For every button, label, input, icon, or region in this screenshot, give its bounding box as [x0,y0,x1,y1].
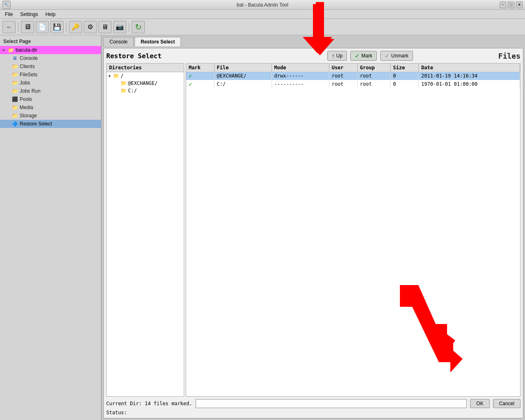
toolbar-separator-1 [18,22,18,32]
menu-help[interactable]: Help [42,11,59,18]
close-button[interactable]: ✕ [516,2,523,8]
date-cell: 1970-01-01 01:00:00 [419,80,520,88]
sidebar-item-console[interactable]: 🖥 Console [0,54,101,62]
mode-cell: drwx------ [272,72,329,80]
settings-button[interactable]: ⚙ [84,21,97,33]
restore-icon: 🔷 [11,121,18,127]
console-icon: 🖥 [11,55,18,62]
dir-item-root[interactable]: ▼ 📁 / [107,72,184,80]
date-cell: 2011-01-19 14:16:34 [419,72,520,80]
user-cell: root [329,72,357,80]
window-title: bat - Bacula Admin Tool [237,2,288,8]
sidebar-item-media[interactable]: 📁 Media [0,103,101,112]
sidebar-item-jobs[interactable]: 📁 Jobs [0,79,101,87]
toolbar-separator-3 [129,22,129,32]
col-header-mode: Mode [272,64,329,72]
tab-console[interactable]: Console [103,37,134,46]
director-button[interactable]: 🖥 [98,21,112,33]
menu-settings[interactable]: Settings [17,11,41,18]
file-cell: C:/ [214,80,272,88]
refresh-button[interactable]: ↻ [132,21,145,33]
cancel-button[interactable]: Cancel [493,399,520,408]
toolbar-separator-2 [66,22,66,32]
mode-cell: ---------- [272,80,329,88]
filesets-folder-icon: 📁 [11,71,18,78]
up-button[interactable]: ↑ Up [327,51,347,61]
sidebar-item-clients[interactable]: 📁 Clients [0,62,101,71]
table-row[interactable]: ✓@EXCHANGE/drwx------rootroot02011-01-19… [186,72,520,80]
folder-icon: 📁 [7,47,14,53]
dir-folder-root: 📁 [113,73,119,79]
back-button[interactable]: ← [2,21,16,33]
maximize-button[interactable]: □ [508,2,514,8]
table-row[interactable]: ✓C:/----------rootroot01970-01-01 01:00:… [186,80,520,88]
save-button[interactable]: 💾 [50,21,64,33]
col-header-file: File [214,64,272,72]
ok-button[interactable]: OK [470,399,489,408]
dir-item-c[interactable]: 📁 C:/ [107,87,184,94]
group-cell: root [357,72,390,80]
clients-folder-icon: 📁 [11,63,18,70]
col-header-group: Group [357,64,390,72]
file-cell: @EXCHANGE/ [214,72,272,80]
storage-folder-icon: 📁 [11,112,18,119]
snapshot-button[interactable]: 📷 [113,21,126,33]
config-button[interactable]: 🔑 [69,21,82,33]
unmark-icon: ✓ [385,52,390,59]
disconnect-button[interactable]: 📄 [36,21,49,33]
unmark-button[interactable]: ✓ Unmark [380,51,413,61]
sidebar-title: Select Page [0,37,101,46]
sidebar-item-restore-select[interactable]: 🔷 Restore Select [0,120,101,128]
sidebar-item-filesets[interactable]: 📁 FileSets [0,71,101,79]
jobsrun-folder-icon: 📁 [11,88,18,94]
sidebar-item-pools[interactable]: ⬛ Pools [0,95,101,103]
directories-header: Directories [107,64,184,72]
status-label: Status: [106,410,127,415]
tab-restore-select[interactable]: Restore Select [135,37,181,46]
check-icon: ✓ [355,52,360,59]
col-header-date: Date [419,64,520,72]
mark-cell: ✓ [186,80,214,88]
col-header-user: User [329,64,357,72]
sidebar-item-jobsrun[interactable]: 📁 Jobs Run [0,87,101,95]
dir-folder-exchange: 📁 [121,80,127,86]
size-cell: 0 [390,72,419,80]
restore-title: Restore Select [106,52,162,60]
menu-file[interactable]: File [2,11,16,18]
dir-folder-c: 📁 [121,88,127,94]
jobs-folder-icon: 📁 [11,80,18,86]
connect-button[interactable]: 🖥 [21,21,34,33]
user-cell: root [329,80,357,88]
current-dir-label: Current Dir: 14 files marked. [106,401,192,406]
current-dir-input[interactable] [196,399,467,408]
size-cell: 0 [390,80,419,88]
mark-button[interactable]: ✓ Mark [350,51,377,61]
dir-expand-root: ▼ [108,74,113,78]
files-label: Files [498,52,520,60]
mark-cell: ✓ [186,72,214,80]
col-header-mark: Mark [186,64,214,72]
media-folder-icon: 📁 [11,104,18,111]
sidebar-item-bacula-dir[interactable]: ▼ 📁 bacula-dir [0,46,101,54]
col-header-size: Size [390,64,419,72]
up-icon: ↑ [332,52,335,59]
pools-folder-icon: ⬛ [11,96,18,103]
window-icon: 🔧 [2,1,11,9]
minimize-button[interactable]: − [500,2,506,8]
sidebar-item-storage[interactable]: 📁 Storage [0,112,101,120]
group-cell: root [357,80,390,88]
dir-item-exchange[interactable]: 📁 @EXCHANGE/ [107,80,184,87]
expand-icon: ▼ [2,48,7,52]
